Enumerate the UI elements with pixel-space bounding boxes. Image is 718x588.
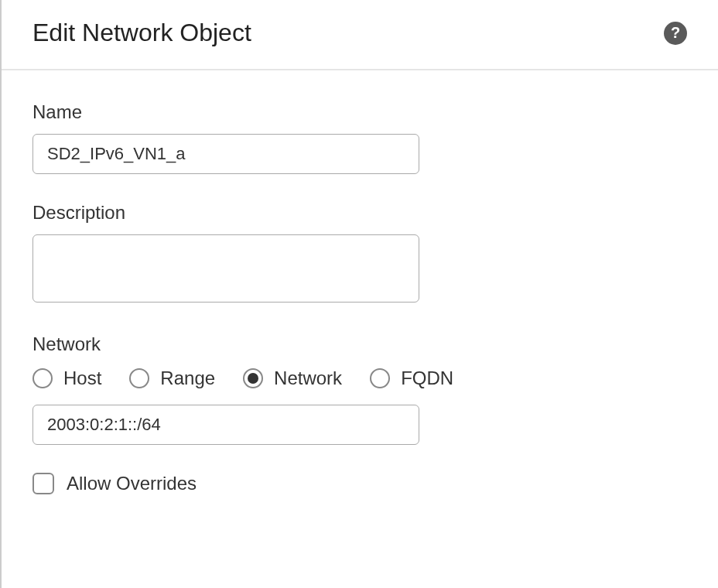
radio-label-host: Host <box>63 368 101 389</box>
checkbox-box-icon <box>32 473 54 494</box>
radio-circle-icon <box>370 368 390 388</box>
name-label: Name <box>32 101 687 123</box>
dialog-body: Name Description Network Host Range Netw… <box>2 70 718 510</box>
network-group: Network Host Range Network FQDN <box>32 333 687 445</box>
network-type-radio-group: Host Range Network FQDN <box>32 368 687 389</box>
radio-circle-icon <box>32 368 53 388</box>
radio-option-host[interactable]: Host <box>32 368 101 389</box>
radio-option-network[interactable]: Network <box>243 368 342 389</box>
name-group: Name <box>32 101 687 174</box>
radio-circle-icon <box>129 368 149 388</box>
help-glyph: ? <box>671 24 680 42</box>
allow-overrides-label: Allow Overrides <box>67 473 197 494</box>
name-input[interactable] <box>32 134 419 174</box>
radio-label-range: Range <box>160 368 215 389</box>
description-group: Description <box>32 202 687 306</box>
radio-circle-icon <box>243 368 263 388</box>
description-label: Description <box>32 202 687 224</box>
help-icon[interactable]: ? <box>664 22 687 45</box>
allow-overrides-checkbox[interactable]: Allow Overrides <box>32 473 687 494</box>
radio-option-range[interactable]: Range <box>129 368 215 389</box>
radio-label-fqdn: FQDN <box>401 368 453 389</box>
radio-option-fqdn[interactable]: FQDN <box>370 368 453 389</box>
network-value-input[interactable] <box>32 405 419 445</box>
network-label: Network <box>32 333 687 355</box>
dialog-title: Edit Network Object <box>32 19 251 47</box>
description-input[interactable] <box>32 234 419 303</box>
radio-label-network: Network <box>274 368 342 389</box>
dialog-header: Edit Network Object ? <box>2 0 718 70</box>
